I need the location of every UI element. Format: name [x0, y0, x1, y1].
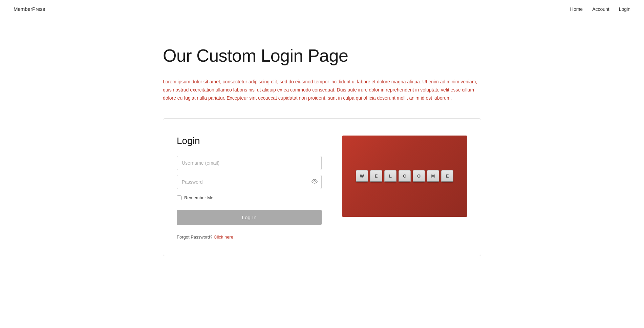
key-tile-m: M: [427, 170, 439, 182]
key-tile-w: W: [356, 170, 368, 182]
key-tile-e: E: [441, 170, 453, 182]
welcome-image-section: WELCOME: [342, 136, 467, 217]
page-title: Our Custom Login Page: [163, 45, 481, 66]
site-header: MemberPress Home Account Login: [0, 0, 644, 18]
toggle-password-icon[interactable]: [312, 178, 318, 186]
nav-account[interactable]: Account: [592, 6, 609, 12]
remember-me-checkbox[interactable]: [177, 196, 181, 200]
svg-point-0: [314, 181, 316, 182]
password-input[interactable]: [177, 175, 322, 189]
login-button[interactable]: Log In: [177, 210, 322, 225]
login-form-title: Login: [177, 136, 322, 146]
forgot-password-text: Forgot Password?: [177, 234, 213, 240]
username-input[interactable]: [177, 156, 322, 170]
key-tile-o: O: [413, 170, 425, 182]
key-tile-e: E: [370, 170, 382, 182]
page-description: Lorem ipsum dolor sit amet, consectetur …: [163, 78, 481, 102]
forgot-password-row: Forgot Password? Click here: [177, 234, 322, 240]
remember-me-label: Remember Me: [184, 195, 213, 200]
welcome-keys: WELCOME: [356, 170, 453, 182]
password-wrapper: [177, 175, 322, 189]
forgot-password-link[interactable]: Click here: [214, 234, 233, 240]
key-tile-l: L: [384, 170, 396, 182]
login-card: Login Remember Me Log In Forgot Pass: [163, 118, 481, 256]
main-content: Our Custom Login Page Lorem ipsum dolor …: [156, 18, 488, 276]
nav-home[interactable]: Home: [570, 6, 583, 12]
nav-login[interactable]: Login: [619, 6, 630, 12]
remember-me-row: Remember Me: [177, 195, 322, 200]
main-nav: Home Account Login: [570, 6, 630, 12]
welcome-image: WELCOME: [342, 136, 467, 217]
login-form-section: Login Remember Me Log In Forgot Pass: [177, 136, 322, 240]
key-tile-c: C: [399, 170, 411, 182]
site-logo: MemberPress: [14, 6, 45, 12]
